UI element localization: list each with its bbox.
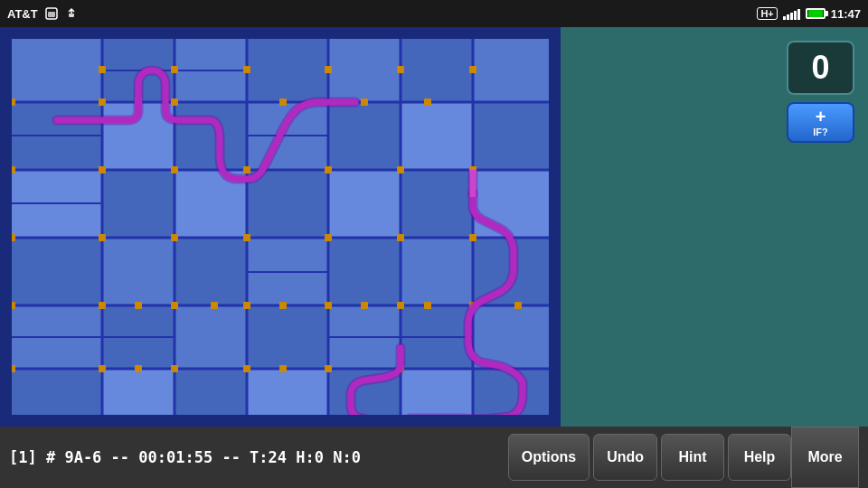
svg-rect-75 [99, 166, 106, 174]
svg-rect-82 [171, 234, 178, 241]
svg-rect-112 [135, 365, 142, 372]
svg-rect-37 [12, 369, 102, 415]
svg-rect-71 [12, 302, 15, 309]
svg-rect-2 [12, 39, 102, 102]
svg-rect-83 [243, 234, 250, 241]
svg-rect-104 [361, 99, 368, 106]
svg-rect-8 [473, 39, 549, 102]
svg-rect-39 [175, 369, 247, 415]
svg-rect-21 [401, 170, 473, 238]
board-inner[interactable] [9, 36, 552, 418]
svg-rect-63 [171, 66, 178, 73]
main-area: 0 + IF? [0, 27, 868, 427]
svg-rect-28 [401, 238, 473, 305]
if-button[interactable]: + IF? [787, 102, 854, 143]
right-panel: 0 + IF? [561, 27, 868, 427]
svg-rect-65 [325, 66, 332, 73]
svg-rect-87 [99, 302, 106, 309]
svg-rect-33 [247, 305, 328, 369]
svg-rect-107 [211, 302, 218, 309]
svg-rect-84 [325, 234, 332, 241]
svg-rect-38 [102, 369, 175, 415]
svg-rect-85 [397, 234, 404, 241]
board-svg [12, 39, 549, 415]
clock-label: 11:47 [831, 7, 861, 21]
svg-rect-24 [102, 238, 175, 305]
bottom-buttons: Options Undo Hint Help [508, 434, 791, 481]
battery-icon [806, 8, 826, 19]
svg-rect-76 [171, 166, 178, 174]
svg-rect-62 [99, 66, 106, 73]
svg-rect-23 [12, 238, 102, 305]
score-display: 0 [787, 41, 854, 95]
svg-rect-42 [401, 369, 473, 415]
svg-rect-105 [424, 99, 431, 106]
svg-rect-111 [514, 302, 522, 309]
svg-rect-106 [135, 302, 142, 309]
svg-rect-15 [473, 102, 549, 170]
svg-rect-86 [469, 234, 476, 241]
svg-rect-88 [171, 302, 178, 309]
svg-rect-17 [102, 170, 175, 238]
svg-rect-73 [99, 99, 106, 106]
svg-rect-90 [325, 302, 332, 309]
bottom-bar: [1] # 9A-6 -- 00:01:55 -- T:24 H:0 N:0 O… [0, 427, 868, 488]
game-board[interactable] [0, 27, 561, 427]
svg-rect-25 [175, 238, 247, 305]
status-bar: AT&T H+ 11:47 [0, 0, 868, 27]
help-button[interactable]: Help [728, 434, 791, 481]
hint-button[interactable]: Hint [661, 434, 724, 481]
svg-rect-79 [397, 166, 404, 174]
svg-rect-5 [247, 39, 328, 102]
carrier-label: AT&T [7, 7, 38, 21]
svg-rect-1 [48, 12, 55, 17]
usb-icon [65, 7, 78, 20]
svg-rect-68 [12, 99, 15, 106]
svg-rect-7 [401, 39, 473, 102]
if-label: IF? [813, 127, 828, 137]
status-right: H+ 11:47 [757, 7, 861, 21]
signal-bars [783, 7, 800, 20]
svg-rect-113 [279, 365, 287, 372]
options-button[interactable]: Options [508, 434, 590, 481]
status-left: AT&T [7, 7, 78, 21]
svg-rect-6 [328, 39, 401, 102]
svg-rect-11 [175, 102, 247, 170]
svg-rect-91 [397, 302, 404, 309]
svg-rect-69 [12, 166, 15, 174]
svg-rect-32 [175, 305, 247, 369]
if-plus-icon: + [816, 108, 826, 126]
svg-rect-13 [328, 102, 401, 170]
svg-rect-67 [469, 66, 476, 73]
svg-rect-74 [171, 99, 178, 106]
svg-rect-81 [99, 234, 106, 241]
sim-icon [45, 7, 58, 20]
svg-rect-95 [243, 365, 250, 372]
score-value: 0 [811, 49, 829, 87]
svg-rect-27 [328, 238, 401, 305]
more-button[interactable]: More [791, 427, 859, 488]
svg-rect-70 [12, 234, 15, 241]
svg-rect-77 [243, 166, 250, 174]
svg-rect-89 [243, 302, 250, 309]
undo-button[interactable]: Undo [593, 434, 657, 481]
svg-rect-78 [325, 166, 332, 174]
svg-rect-108 [279, 302, 287, 309]
svg-rect-66 [397, 66, 404, 73]
svg-rect-20 [328, 170, 401, 238]
svg-rect-72 [12, 365, 15, 372]
svg-rect-14 [401, 102, 473, 170]
svg-rect-96 [325, 365, 332, 372]
svg-rect-103 [279, 99, 287, 106]
svg-rect-109 [361, 302, 368, 309]
network-type-icon: H+ [757, 7, 777, 20]
game-status-label: [1] # 9A-6 -- 00:01:55 -- T:24 H:0 N:0 [9, 448, 508, 466]
svg-rect-64 [243, 66, 250, 73]
svg-rect-22 [473, 170, 549, 238]
svg-rect-93 [99, 365, 106, 372]
svg-rect-40 [247, 369, 328, 415]
svg-rect-110 [424, 302, 431, 309]
svg-rect-94 [171, 365, 178, 372]
